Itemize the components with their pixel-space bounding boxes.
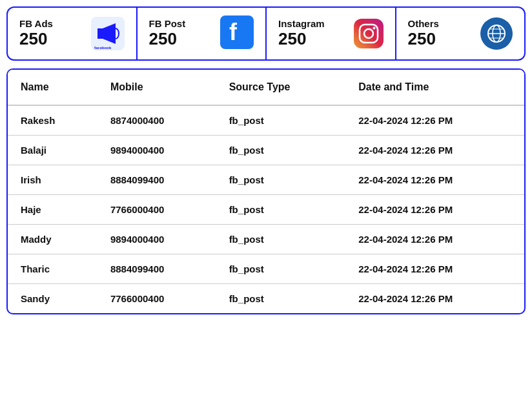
cell-source: fb_post: [216, 165, 346, 195]
table-row: Sandy 7766000400 fb_post 22-04-2024 12:2…: [8, 284, 524, 314]
data-table-container: Name Mobile Source Type Date and Time Ra…: [6, 68, 526, 314]
stat-card-others[interactable]: Others 250: [396, 8, 525, 59]
cell-mobile: 7766000400: [97, 195, 216, 225]
cell-mobile: 9894000400: [97, 136, 216, 165]
fbpost-label: FB Post: [149, 18, 186, 29]
cell-name: Rakesh: [8, 105, 97, 136]
fbads-icon: facebook Ads: [91, 17, 125, 50]
instagram-value: 250: [278, 29, 325, 49]
table-row: Rakesh 8874000400 fb_post 22-04-2024 12:…: [8, 105, 524, 136]
svg-point-8: [364, 29, 373, 38]
svg-point-9: [373, 27, 375, 30]
col-header-mobile: Mobile: [97, 70, 216, 105]
cell-mobile: 9894000400: [97, 225, 216, 254]
stats-bar: FB Ads 250 facebook Ads FB Post 250: [6, 6, 526, 61]
cell-datetime: 22-04-2024 12:26 PM: [345, 225, 524, 254]
fbads-value: 250: [19, 29, 53, 49]
stat-card-instagram[interactable]: Instagram 250: [267, 8, 396, 59]
cell-datetime: 22-04-2024 12:26 PM: [345, 105, 524, 136]
col-header-name: Name: [8, 70, 97, 105]
others-label: Others: [408, 18, 439, 29]
cell-name: Irish: [8, 165, 97, 195]
cell-source: fb_post: [216, 254, 346, 284]
table-row: Balaji 9894000400 fb_post 22-04-2024 12:…: [8, 136, 524, 165]
cell-mobile: 7766000400: [97, 284, 216, 314]
cell-name: Sandy: [8, 284, 97, 314]
instagram-label: Instagram: [278, 18, 325, 29]
table-row: Maddy 9894000400 fb_post 22-04-2024 12:2…: [8, 225, 524, 254]
fbads-label: FB Ads: [19, 18, 53, 29]
others-icon: [480, 17, 513, 50]
instagram-icon: [354, 19, 384, 48]
svg-rect-5: [220, 15, 254, 49]
col-header-datetime: Date and Time: [345, 70, 524, 105]
cell-name: Balaji: [8, 136, 97, 165]
cell-source: fb_post: [216, 136, 346, 165]
cell-source: fb_post: [216, 195, 346, 225]
cell-datetime: 22-04-2024 12:26 PM: [345, 284, 524, 314]
fbpost-value: 250: [149, 29, 186, 49]
cell-mobile: 8884099400: [97, 165, 216, 195]
cell-source: fb_post: [216, 105, 346, 136]
cell-datetime: 22-04-2024 12:26 PM: [345, 195, 524, 225]
others-value: 250: [408, 29, 439, 49]
data-table: Name Mobile Source Type Date and Time Ra…: [8, 70, 524, 313]
stat-card-fbads[interactable]: FB Ads 250 facebook Ads: [8, 8, 138, 59]
table-header-row: Name Mobile Source Type Date and Time: [8, 70, 524, 105]
cell-source: fb_post: [216, 284, 346, 314]
table-row: Irish 8884099400 fb_post 22-04-2024 12:2…: [8, 165, 524, 195]
table-row: Haje 7766000400 fb_post 22-04-2024 12:26…: [8, 195, 524, 225]
cell-datetime: 22-04-2024 12:26 PM: [345, 254, 524, 284]
cell-mobile: 8874000400: [97, 105, 216, 136]
cell-name: Tharic: [8, 254, 97, 284]
col-header-source: Source Type: [216, 70, 346, 105]
cell-datetime: 22-04-2024 12:26 PM: [345, 136, 524, 165]
cell-mobile: 8884099400: [97, 254, 216, 284]
cell-datetime: 22-04-2024 12:26 PM: [345, 165, 524, 195]
cell-name: Haje: [8, 195, 97, 225]
svg-marker-1: [97, 28, 103, 39]
cell-source: fb_post: [216, 225, 346, 254]
stat-card-fbpost[interactable]: FB Post 250 f: [138, 8, 267, 59]
cell-name: Maddy: [8, 225, 97, 254]
svg-text:facebook: facebook: [94, 46, 112, 50]
table-row: Tharic 8884099400 fb_post 22-04-2024 12:…: [8, 254, 524, 284]
fbpost-icon: f: [220, 15, 254, 52]
svg-text:f: f: [229, 19, 238, 45]
